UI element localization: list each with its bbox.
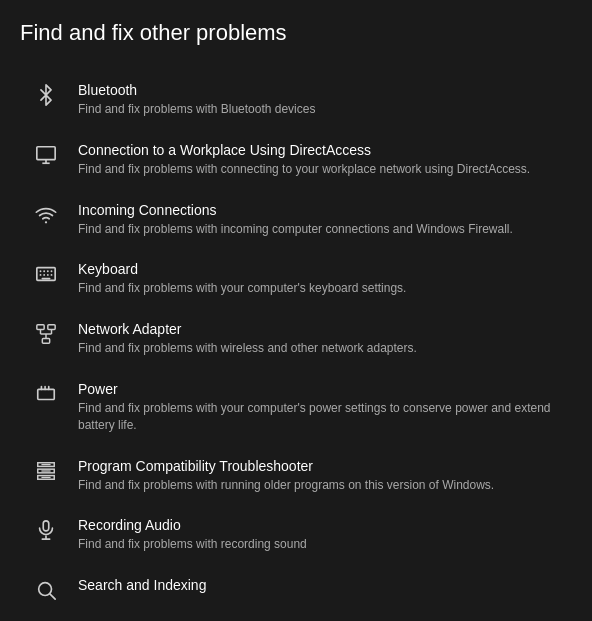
item-content-search-indexing: Search and Indexing bbox=[78, 577, 564, 596]
item-title-keyboard: Keyboard bbox=[78, 261, 564, 277]
troubleshooter-item-network-adapter[interactable]: Network Adapter Find and fix problems wi… bbox=[20, 309, 572, 369]
item-description-incoming-connections: Find and fix problems with incoming comp… bbox=[78, 221, 564, 238]
item-content-incoming-connections: Incoming Connections Find and fix proble… bbox=[78, 202, 564, 238]
svg-rect-14 bbox=[37, 325, 44, 330]
item-description-program-compatibility: Find and fix problems with running older… bbox=[78, 477, 564, 494]
list-icon bbox=[28, 460, 64, 482]
keyboard-icon bbox=[28, 263, 64, 285]
item-title-power: Power bbox=[78, 381, 564, 397]
item-content-recording-audio: Recording Audio Find and fix problems wi… bbox=[78, 517, 564, 553]
item-description-recording-audio: Find and fix problems with recording sou… bbox=[78, 536, 564, 553]
troubleshooter-item-keyboard[interactable]: Keyboard Find and fix problems with your… bbox=[20, 249, 572, 309]
item-title-program-compatibility: Program Compatibility Troubleshooter bbox=[78, 458, 564, 474]
item-description-keyboard: Find and fix problems with your computer… bbox=[78, 280, 564, 297]
svg-rect-0 bbox=[37, 147, 55, 160]
troubleshooter-list: Bluetooth Find and fix problems with Blu… bbox=[20, 70, 572, 613]
monitor-icon bbox=[28, 144, 64, 166]
troubleshooter-item-program-compatibility[interactable]: Program Compatibility Troubleshooter Fin… bbox=[20, 446, 572, 506]
troubleshooter-item-recording-audio[interactable]: Recording Audio Find and fix problems wi… bbox=[20, 505, 572, 565]
power-icon bbox=[28, 383, 64, 405]
item-content-directaccess: Connection to a Workplace Using DirectAc… bbox=[78, 142, 564, 178]
item-title-incoming-connections: Incoming Connections bbox=[78, 202, 564, 218]
item-description-bluetooth: Find and fix problems with Bluetooth dev… bbox=[78, 101, 564, 118]
item-description-network-adapter: Find and fix problems with wireless and … bbox=[78, 340, 564, 357]
svg-rect-15 bbox=[48, 325, 55, 330]
item-title-network-adapter: Network Adapter bbox=[78, 321, 564, 337]
item-content-power: Power Find and fix problems with your co… bbox=[78, 381, 564, 434]
item-content-bluetooth: Bluetooth Find and fix problems with Blu… bbox=[78, 82, 564, 118]
item-content-network-adapter: Network Adapter Find and fix problems wi… bbox=[78, 321, 564, 357]
item-description-directaccess: Find and fix problems with connecting to… bbox=[78, 161, 564, 178]
troubleshooter-item-search-indexing[interactable]: Search and Indexing bbox=[20, 565, 572, 613]
page-title: Find and fix other problems bbox=[20, 20, 572, 46]
svg-rect-21 bbox=[38, 389, 55, 399]
troubleshooter-item-bluetooth[interactable]: Bluetooth Find and fix problems with Blu… bbox=[20, 70, 572, 130]
item-title-bluetooth: Bluetooth bbox=[78, 82, 564, 98]
item-title-directaccess: Connection to a Workplace Using DirectAc… bbox=[78, 142, 564, 158]
item-title-recording-audio: Recording Audio bbox=[78, 517, 564, 533]
search-icon bbox=[28, 579, 64, 601]
item-content-program-compatibility: Program Compatibility Troubleshooter Fin… bbox=[78, 458, 564, 494]
svg-rect-31 bbox=[43, 521, 49, 531]
troubleshooter-item-directaccess[interactable]: Connection to a Workplace Using DirectAc… bbox=[20, 130, 572, 190]
svg-line-35 bbox=[50, 594, 55, 599]
microphone-icon bbox=[28, 519, 64, 541]
item-title-search-indexing: Search and Indexing bbox=[78, 577, 564, 593]
item-content-keyboard: Keyboard Find and fix problems with your… bbox=[78, 261, 564, 297]
troubleshooter-item-power[interactable]: Power Find and fix problems with your co… bbox=[20, 369, 572, 446]
network-icon bbox=[28, 323, 64, 345]
item-description-power: Find and fix problems with your computer… bbox=[78, 400, 564, 434]
troubleshooter-item-incoming-connections[interactable]: Incoming Connections Find and fix proble… bbox=[20, 190, 572, 250]
bluetooth-icon bbox=[28, 84, 64, 106]
svg-rect-16 bbox=[42, 339, 49, 344]
wifi-signal-icon bbox=[28, 204, 64, 226]
